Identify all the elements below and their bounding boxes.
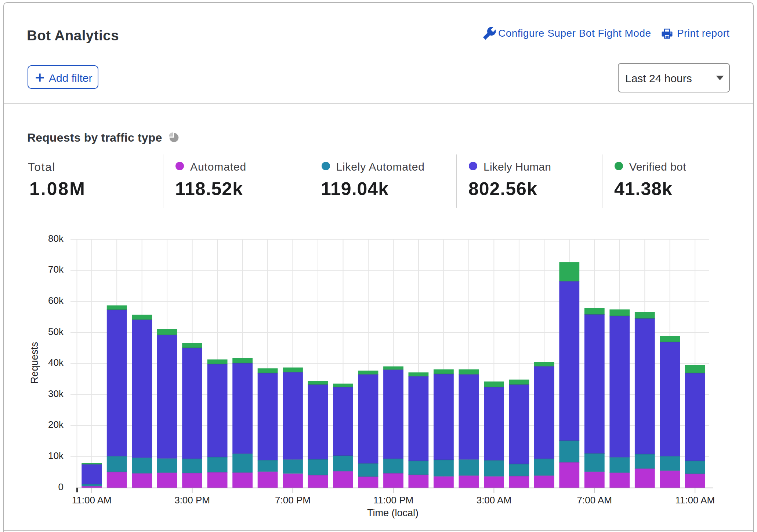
svg-text:80k: 80k [48, 233, 64, 244]
svg-text:11:00 PM: 11:00 PM [373, 495, 413, 506]
svg-text:Time (local): Time (local) [367, 507, 419, 518]
svg-text:10k: 10k [48, 450, 64, 461]
svg-text:40k: 40k [48, 357, 64, 368]
svg-text:70k: 70k [48, 264, 64, 275]
svg-text:11:00 AM: 11:00 AM [72, 495, 112, 506]
svg-text:3:00 PM: 3:00 PM [174, 495, 210, 506]
svg-text:11:00 AM: 11:00 AM [675, 495, 715, 506]
svg-text:Requests: Requests [29, 342, 40, 384]
svg-text:20k: 20k [48, 419, 64, 430]
svg-text:60k: 60k [48, 295, 64, 306]
svg-text:7:00 PM: 7:00 PM [275, 495, 311, 506]
svg-text:7:00 AM: 7:00 AM [577, 495, 612, 506]
svg-text:30k: 30k [48, 388, 64, 399]
svg-text:0: 0 [58, 481, 64, 492]
svg-text:3:00 AM: 3:00 AM [477, 495, 511, 506]
svg-text:50k: 50k [48, 326, 64, 337]
